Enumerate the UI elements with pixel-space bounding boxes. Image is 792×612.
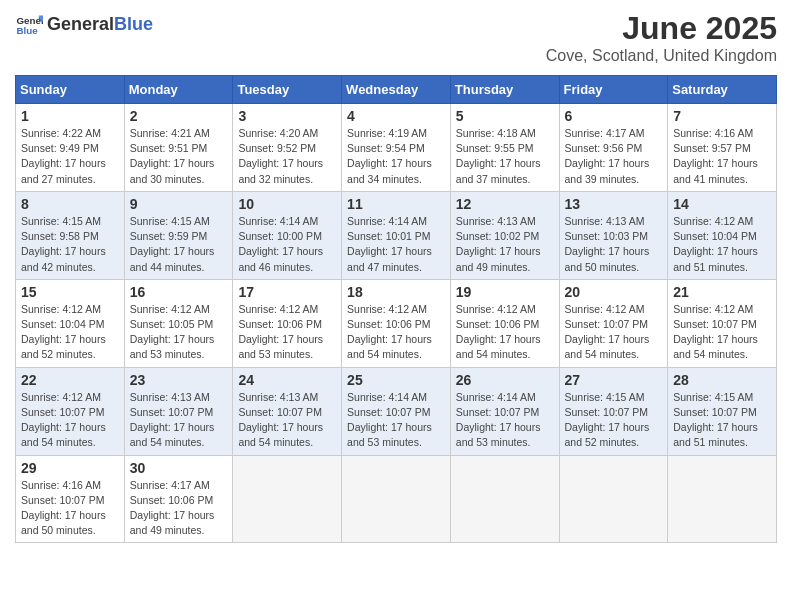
day-number: 14 (673, 196, 771, 212)
day-number: 18 (347, 284, 445, 300)
day-number: 7 (673, 108, 771, 124)
day-info: Sunrise: 4:15 AM Sunset: 10:07 PM Daylig… (565, 390, 663, 451)
day-info: Sunrise: 4:12 AM Sunset: 10:06 PM Daylig… (456, 302, 554, 363)
day-info: Sunrise: 4:12 AM Sunset: 10:04 PM Daylig… (673, 214, 771, 275)
calendar-day-cell: 6Sunrise: 4:17 AM Sunset: 9:56 PM Daylig… (559, 104, 668, 192)
day-number: 4 (347, 108, 445, 124)
day-number: 22 (21, 372, 119, 388)
title-section: June 2025 Cove, Scotland, United Kingdom (546, 10, 777, 65)
day-number: 27 (565, 372, 663, 388)
day-info: Sunrise: 4:13 AM Sunset: 10:07 PM Daylig… (130, 390, 228, 451)
calendar-day-cell: 9Sunrise: 4:15 AM Sunset: 9:59 PM Daylig… (124, 191, 233, 279)
day-number: 11 (347, 196, 445, 212)
calendar-day-cell: 7Sunrise: 4:16 AM Sunset: 9:57 PM Daylig… (668, 104, 777, 192)
day-number: 19 (456, 284, 554, 300)
calendar-week-row: 15Sunrise: 4:12 AM Sunset: 10:04 PM Dayl… (16, 279, 777, 367)
calendar-day-cell: 18Sunrise: 4:12 AM Sunset: 10:06 PM Dayl… (342, 279, 451, 367)
calendar-day-cell: 10Sunrise: 4:14 AM Sunset: 10:00 PM Dayl… (233, 191, 342, 279)
day-info: Sunrise: 4:19 AM Sunset: 9:54 PM Dayligh… (347, 126, 445, 187)
day-number: 23 (130, 372, 228, 388)
day-number: 28 (673, 372, 771, 388)
day-number: 1 (21, 108, 119, 124)
day-info: Sunrise: 4:15 AM Sunset: 9:58 PM Dayligh… (21, 214, 119, 275)
day-info: Sunrise: 4:20 AM Sunset: 9:52 PM Dayligh… (238, 126, 336, 187)
calendar-day-cell: 30Sunrise: 4:17 AM Sunset: 10:06 PM Dayl… (124, 455, 233, 543)
weekday-header-sunday: Sunday (16, 76, 125, 104)
day-number: 3 (238, 108, 336, 124)
calendar-day-cell: 23Sunrise: 4:13 AM Sunset: 10:07 PM Dayl… (124, 367, 233, 455)
day-info: Sunrise: 4:14 AM Sunset: 10:00 PM Daylig… (238, 214, 336, 275)
day-info: Sunrise: 4:18 AM Sunset: 9:55 PM Dayligh… (456, 126, 554, 187)
day-info: Sunrise: 4:13 AM Sunset: 10:02 PM Daylig… (456, 214, 554, 275)
svg-text:Blue: Blue (16, 25, 38, 36)
calendar-day-cell: 11Sunrise: 4:14 AM Sunset: 10:01 PM Dayl… (342, 191, 451, 279)
calendar-day-cell: 14Sunrise: 4:12 AM Sunset: 10:04 PM Dayl… (668, 191, 777, 279)
day-number: 5 (456, 108, 554, 124)
calendar-day-cell: 12Sunrise: 4:13 AM Sunset: 10:02 PM Dayl… (450, 191, 559, 279)
day-info: Sunrise: 4:13 AM Sunset: 10:07 PM Daylig… (238, 390, 336, 451)
day-number: 26 (456, 372, 554, 388)
weekday-header-thursday: Thursday (450, 76, 559, 104)
calendar-week-row: 1Sunrise: 4:22 AM Sunset: 9:49 PM Daylig… (16, 104, 777, 192)
calendar-day-cell: 22Sunrise: 4:12 AM Sunset: 10:07 PM Dayl… (16, 367, 125, 455)
day-info: Sunrise: 4:14 AM Sunset: 10:07 PM Daylig… (456, 390, 554, 451)
day-info: Sunrise: 4:12 AM Sunset: 10:06 PM Daylig… (347, 302, 445, 363)
day-info: Sunrise: 4:13 AM Sunset: 10:03 PM Daylig… (565, 214, 663, 275)
calendar-day-cell: 16Sunrise: 4:12 AM Sunset: 10:05 PM Dayl… (124, 279, 233, 367)
day-info: Sunrise: 4:16 AM Sunset: 9:57 PM Dayligh… (673, 126, 771, 187)
day-number: 29 (21, 460, 119, 476)
calendar-day-cell: 15Sunrise: 4:12 AM Sunset: 10:04 PM Dayl… (16, 279, 125, 367)
calendar-day-cell: 17Sunrise: 4:12 AM Sunset: 10:06 PM Dayl… (233, 279, 342, 367)
weekday-header-row: SundayMondayTuesdayWednesdayThursdayFrid… (16, 76, 777, 104)
calendar-day-cell: 25Sunrise: 4:14 AM Sunset: 10:07 PM Dayl… (342, 367, 451, 455)
calendar-day-cell (559, 455, 668, 543)
calendar-week-row: 8Sunrise: 4:15 AM Sunset: 9:58 PM Daylig… (16, 191, 777, 279)
calendar-day-cell: 5Sunrise: 4:18 AM Sunset: 9:55 PM Daylig… (450, 104, 559, 192)
weekday-header-friday: Friday (559, 76, 668, 104)
logo-icon: General Blue (15, 10, 43, 38)
day-number: 2 (130, 108, 228, 124)
weekday-header-monday: Monday (124, 76, 233, 104)
day-number: 15 (21, 284, 119, 300)
day-info: Sunrise: 4:12 AM Sunset: 10:06 PM Daylig… (238, 302, 336, 363)
day-number: 25 (347, 372, 445, 388)
calendar-day-cell: 8Sunrise: 4:15 AM Sunset: 9:58 PM Daylig… (16, 191, 125, 279)
day-number: 24 (238, 372, 336, 388)
calendar-day-cell (342, 455, 451, 543)
calendar-day-cell: 21Sunrise: 4:12 AM Sunset: 10:07 PM Dayl… (668, 279, 777, 367)
day-info: Sunrise: 4:17 AM Sunset: 10:06 PM Daylig… (130, 478, 228, 539)
main-title: June 2025 (546, 10, 777, 47)
calendar-day-cell: 1Sunrise: 4:22 AM Sunset: 9:49 PM Daylig… (16, 104, 125, 192)
logo-text-general: General (47, 14, 114, 35)
subtitle: Cove, Scotland, United Kingdom (546, 47, 777, 65)
day-info: Sunrise: 4:12 AM Sunset: 10:07 PM Daylig… (565, 302, 663, 363)
day-number: 12 (456, 196, 554, 212)
day-number: 9 (130, 196, 228, 212)
logo-text-blue: Blue (114, 14, 153, 35)
day-number: 13 (565, 196, 663, 212)
day-info: Sunrise: 4:15 AM Sunset: 10:07 PM Daylig… (673, 390, 771, 451)
day-info: Sunrise: 4:12 AM Sunset: 10:07 PM Daylig… (673, 302, 771, 363)
day-info: Sunrise: 4:12 AM Sunset: 10:07 PM Daylig… (21, 390, 119, 451)
day-number: 10 (238, 196, 336, 212)
day-info: Sunrise: 4:17 AM Sunset: 9:56 PM Dayligh… (565, 126, 663, 187)
day-info: Sunrise: 4:22 AM Sunset: 9:49 PM Dayligh… (21, 126, 119, 187)
calendar-day-cell (450, 455, 559, 543)
day-info: Sunrise: 4:14 AM Sunset: 10:01 PM Daylig… (347, 214, 445, 275)
logo: General Blue GeneralBlue (15, 10, 153, 38)
day-number: 30 (130, 460, 228, 476)
calendar-day-cell: 2Sunrise: 4:21 AM Sunset: 9:51 PM Daylig… (124, 104, 233, 192)
day-number: 17 (238, 284, 336, 300)
day-number: 6 (565, 108, 663, 124)
calendar-day-cell: 13Sunrise: 4:13 AM Sunset: 10:03 PM Dayl… (559, 191, 668, 279)
day-info: Sunrise: 4:21 AM Sunset: 9:51 PM Dayligh… (130, 126, 228, 187)
calendar-day-cell (668, 455, 777, 543)
calendar-table: SundayMondayTuesdayWednesdayThursdayFrid… (15, 75, 777, 543)
calendar-day-cell: 4Sunrise: 4:19 AM Sunset: 9:54 PM Daylig… (342, 104, 451, 192)
day-info: Sunrise: 4:16 AM Sunset: 10:07 PM Daylig… (21, 478, 119, 539)
calendar-day-cell: 3Sunrise: 4:20 AM Sunset: 9:52 PM Daylig… (233, 104, 342, 192)
day-info: Sunrise: 4:14 AM Sunset: 10:07 PM Daylig… (347, 390, 445, 451)
calendar-day-cell: 29Sunrise: 4:16 AM Sunset: 10:07 PM Dayl… (16, 455, 125, 543)
calendar-day-cell: 19Sunrise: 4:12 AM Sunset: 10:06 PM Dayl… (450, 279, 559, 367)
weekday-header-wednesday: Wednesday (342, 76, 451, 104)
